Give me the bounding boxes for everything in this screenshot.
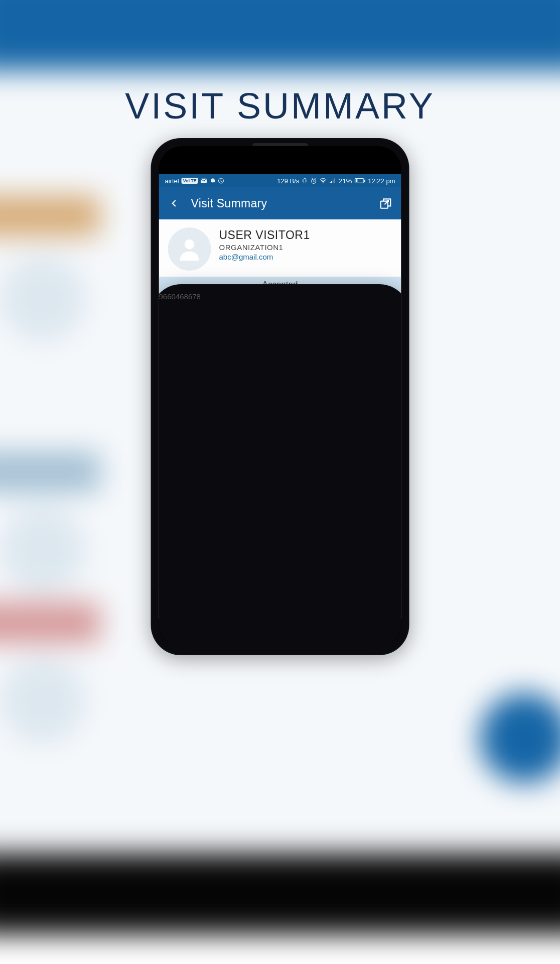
app-bar: Visit Summary [159,187,401,219]
clock-time: 12:22 pm [368,177,395,185]
svg-rect-2 [304,179,306,183]
alarm-icon [310,178,317,184]
chat-icon [210,178,216,184]
svg-point-4 [323,182,324,183]
svg-rect-6 [331,181,332,183]
battery-icon [354,178,365,184]
person-icon [176,235,204,263]
visitor-phone: 9660468678 [159,284,401,619]
vibrate-icon [302,177,308,184]
page-title: Visit Summary [191,197,369,210]
status-bar: airtel VoLTE 129 B/s 21% 12:22 pm [159,174,401,187]
net-speed: 129 B/s [277,177,299,185]
back-button[interactable] [166,195,183,212]
svg-rect-7 [333,180,334,183]
battery-percent: 21% [339,177,352,185]
visitor-email[interactable]: abc@gmail.com [219,253,310,261]
promo-title: VISIT SUMMARY [0,85,560,127]
svg-rect-10 [355,179,357,182]
svg-rect-5 [330,182,331,183]
content-area: USER VISITOR1 ORGANIZATION1 abc@gmail.co… [159,219,401,619]
volte-badge: VoLTE [182,178,198,184]
svg-point-13 [185,239,195,250]
share-icon [379,197,392,210]
visitor-name: USER VISITOR1 [219,228,310,242]
chevron-left-icon [170,197,179,210]
phone-screen: airtel VoLTE 129 B/s 21% 12:22 pm [159,146,401,647]
wifi-icon [319,178,327,184]
mail-icon [201,178,207,183]
avatar [168,227,211,271]
svg-rect-8 [334,178,335,183]
visitor-profile: USER VISITOR1 ORGANIZATION1 abc@gmail.co… [159,219,401,277]
whatsapp-icon [218,178,224,184]
share-button[interactable] [377,195,394,212]
carrier-label: airtel [165,177,179,185]
svg-point-1 [219,178,224,183]
signal-icon [329,178,336,184]
phone-frame: airtel VoLTE 129 B/s 21% 12:22 pm [151,138,409,655]
visitor-org: ORGANIZATION1 [219,243,310,252]
svg-rect-11 [364,180,365,182]
